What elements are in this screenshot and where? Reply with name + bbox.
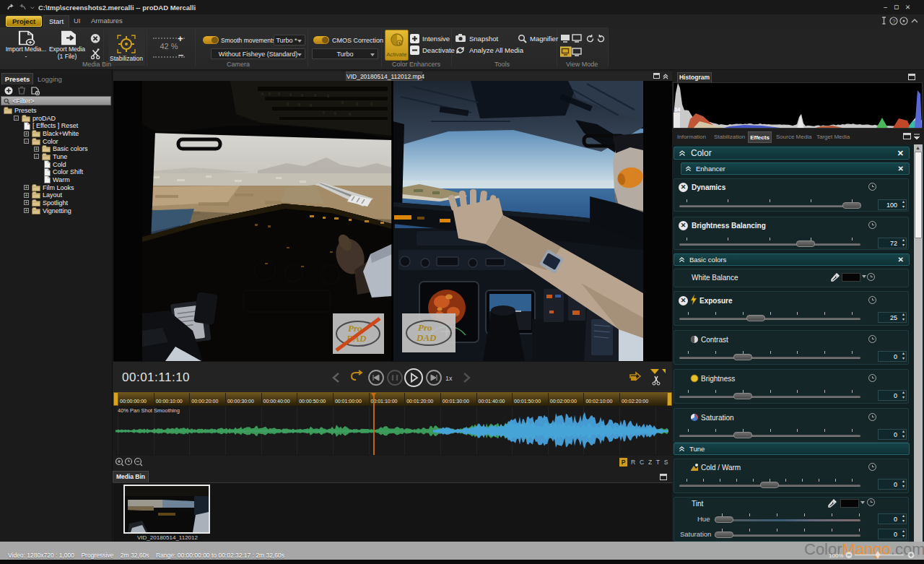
svg-text:?: ? — [892, 18, 896, 25]
svg-text:DAD: DAD — [416, 332, 437, 343]
svg-text:1x: 1x — [445, 375, 453, 382]
svg-text:Pro: Pro — [418, 322, 432, 333]
